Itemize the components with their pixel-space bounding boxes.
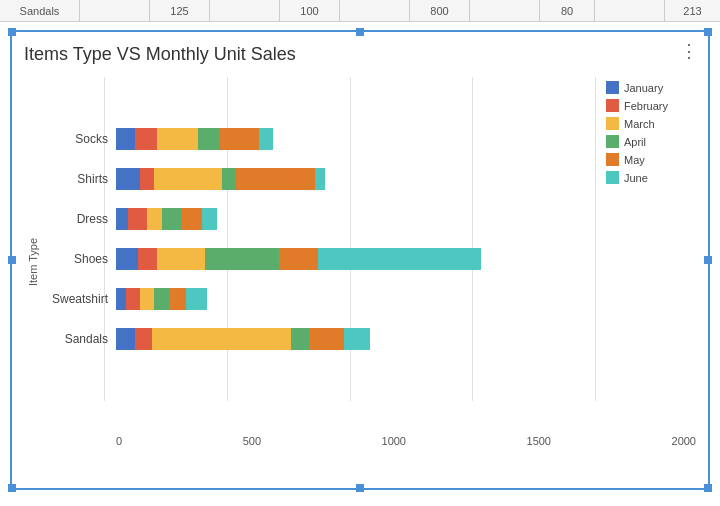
bar-segment-sandals-march: [152, 328, 291, 350]
bar-segment-shirts-january: [116, 168, 140, 190]
header-cell-2: 125: [150, 0, 210, 21]
bar-label-dress: Dress: [44, 212, 116, 226]
bar-track-sandals: [116, 328, 596, 350]
legend-color-january: [606, 81, 619, 94]
bar-segment-dress-march: [147, 208, 161, 230]
bar-segment-sandals-february: [135, 328, 152, 350]
x-axis-label-0: 0: [116, 435, 122, 447]
handle-mr[interactable]: [704, 256, 712, 264]
bar-label-sandals: Sandals: [44, 332, 116, 346]
header-cell-8: 80: [540, 0, 595, 21]
bar-segment-shoes-may: [279, 248, 317, 270]
x-axis-label-3: 1500: [527, 435, 551, 447]
legend-color-april: [606, 135, 619, 148]
x-axis-label-2: 1000: [382, 435, 406, 447]
bar-segment-sweatshirt-may: [169, 288, 186, 310]
bar-segment-sandals-january: [116, 328, 135, 350]
bar-segment-socks-april: [198, 128, 221, 150]
bar-label-shirts: Shirts: [44, 172, 116, 186]
outer-container: Sandals 125 100 800 80 213 Items Type VS…: [0, 0, 720, 506]
bar-segment-sandals-april: [291, 328, 310, 350]
legend-color-may: [606, 153, 619, 166]
bar-segment-socks-june: [259, 128, 273, 150]
header-cell-9: [595, 0, 665, 21]
header-cell-5: [340, 0, 410, 21]
header-cell-0: Sandals: [0, 0, 80, 21]
legend-item-february: February: [606, 99, 696, 112]
bar-row-sweatshirt: Sweatshirt: [44, 279, 596, 319]
bar-segment-sweatshirt-february: [126, 288, 140, 310]
bar-segment-dress-january: [116, 208, 128, 230]
legend: January February March April May June: [596, 77, 696, 425]
legend-label-february: February: [624, 100, 668, 112]
bar-segment-sandals-june: [344, 328, 370, 350]
legend-color-march: [606, 117, 619, 130]
chart-card: Items Type VS Monthly Unit Sales ⋮ Item …: [10, 30, 710, 490]
header-cell-4: 100: [280, 0, 340, 21]
bar-segment-shoes-january: [116, 248, 138, 270]
header-cell-10: 213: [665, 0, 720, 21]
handle-tm[interactable]: [356, 28, 364, 36]
bar-segment-shirts-march: [154, 168, 221, 190]
bar-track-socks: [116, 128, 596, 150]
x-axis: 0500100015002000: [44, 427, 696, 447]
bar-segment-dress-february: [128, 208, 147, 230]
header-cell-6: 800: [410, 0, 470, 21]
bar-track-shoes: [116, 248, 596, 270]
legend-item-may: May: [606, 153, 696, 166]
bars-and-legend: SocksShirtsDressShoesSweatshirtSandals J…: [44, 77, 696, 425]
bar-segment-sweatshirt-april: [154, 288, 168, 310]
handle-ml[interactable]: [8, 256, 16, 264]
handle-bl[interactable]: [8, 484, 16, 492]
bar-track-shirts: [116, 168, 596, 190]
bar-track-dress: [116, 208, 596, 230]
chart-inner: SocksShirtsDressShoesSweatshirtSandals J…: [44, 77, 696, 447]
bar-label-sweatshirt: Sweatshirt: [44, 292, 116, 306]
bar-segment-shirts-june: [315, 168, 325, 190]
bar-segment-shirts-april: [222, 168, 236, 190]
bar-segment-shirts-february: [140, 168, 154, 190]
bar-segment-sandals-may: [310, 328, 344, 350]
legend-item-march: March: [606, 117, 696, 130]
legend-item-january: January: [606, 81, 696, 94]
bar-segment-dress-may: [181, 208, 203, 230]
handle-bm[interactable]: [356, 484, 364, 492]
more-options-button[interactable]: ⋮: [680, 42, 698, 60]
legend-item-april: April: [606, 135, 696, 148]
bar-segment-socks-may: [220, 128, 258, 150]
bar-segment-sweatshirt-june: [186, 288, 208, 310]
chart-title: Items Type VS Monthly Unit Sales: [24, 44, 696, 65]
handle-br[interactable]: [704, 484, 712, 492]
bar-segment-shoes-february: [138, 248, 157, 270]
header-cell-7: [470, 0, 540, 21]
bar-row-shirts: Shirts: [44, 159, 596, 199]
bar-rows-container: SocksShirtsDressShoesSweatshirtSandals: [44, 119, 596, 359]
chart-area: Item Type SocksShir: [24, 77, 696, 447]
bar-segment-shoes-april: [205, 248, 279, 270]
bar-track-sweatshirt: [116, 288, 596, 310]
bar-label-shoes: Shoes: [44, 252, 116, 266]
legend-label-april: April: [624, 136, 646, 148]
legend-color-february: [606, 99, 619, 112]
legend-item-june: June: [606, 171, 696, 184]
bar-segment-sweatshirt-january: [116, 288, 126, 310]
bar-segment-socks-january: [116, 128, 135, 150]
bar-segment-shirts-may: [236, 168, 315, 190]
header-cell-3: [210, 0, 280, 21]
bar-row-socks: Socks: [44, 119, 596, 159]
bar-segment-socks-march: [157, 128, 198, 150]
handle-tr[interactable]: [704, 28, 712, 36]
x-axis-label-4: 2000: [672, 435, 696, 447]
bar-row-sandals: Sandals: [44, 319, 596, 359]
top-header: Sandals 125 100 800 80 213: [0, 0, 720, 22]
legend-label-march: March: [624, 118, 655, 130]
bar-row-shoes: Shoes: [44, 239, 596, 279]
bar-segment-sweatshirt-march: [140, 288, 154, 310]
bar-segment-socks-february: [135, 128, 157, 150]
legend-label-june: June: [624, 172, 648, 184]
bar-segment-dress-june: [202, 208, 216, 230]
y-axis-label: Item Type: [24, 77, 42, 447]
bar-label-socks: Socks: [44, 132, 116, 146]
handle-tl[interactable]: [8, 28, 16, 36]
bars-section: SocksShirtsDressShoesSweatshirtSandals: [44, 77, 596, 425]
